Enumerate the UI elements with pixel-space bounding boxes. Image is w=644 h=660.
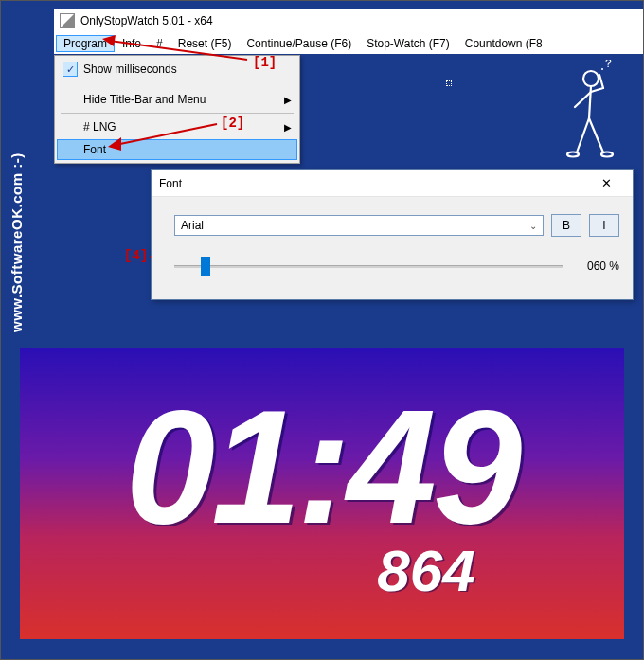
chevron-down-icon: ⌄ bbox=[529, 221, 537, 231]
menu-countdown[interactable]: Countdown (F8 bbox=[457, 35, 550, 52]
font-dialog-body: Arial ⌄ B I 060 % bbox=[152, 197, 633, 299]
svg-line-11 bbox=[589, 118, 603, 152]
slider-thumb[interactable] bbox=[201, 257, 210, 276]
timer-milliseconds: 864 bbox=[377, 542, 474, 600]
menu-item-label: Hide Title-Bar and Menu bbox=[83, 93, 206, 106]
svg-text:?: ? bbox=[605, 60, 612, 70]
app-icon bbox=[60, 13, 75, 28]
submenu-arrow-icon: ▶ bbox=[284, 95, 292, 105]
svg-point-18 bbox=[601, 68, 603, 70]
decorative-marker bbox=[446, 80, 452, 86]
font-size-slider[interactable] bbox=[174, 256, 563, 276]
program-dropdown: ✓ Show milliseconds Hide Title-Bar and M… bbox=[54, 55, 300, 164]
menu-info[interactable]: Info bbox=[115, 35, 149, 52]
menu-item-label: # LNG bbox=[83, 120, 116, 134]
menu-stopwatch[interactable]: Stop-Watch (F7) bbox=[359, 35, 457, 52]
close-icon: ✕ bbox=[601, 176, 612, 190]
menu-hash[interactable]: # bbox=[149, 35, 170, 52]
window-title: OnlyStopWatch 5.01 - x64 bbox=[80, 14, 213, 27]
thinking-stickman-icon: ? bbox=[556, 60, 622, 164]
menu-hide-titlebar[interactable]: Hide Title-Bar and Menu ▶ bbox=[57, 88, 297, 111]
timer-main-value: 01:49 bbox=[126, 386, 519, 547]
submenu-arrow-icon: ▶ bbox=[284, 122, 292, 133]
annotation-label-4: [4] bbox=[124, 248, 148, 263]
annotation-label-2: [2] bbox=[221, 116, 244, 131]
menu-program[interactable]: Program bbox=[56, 35, 115, 52]
menu-font[interactable]: Font bbox=[57, 139, 297, 160]
menu-separator bbox=[61, 113, 294, 114]
menu-reset[interactable]: Reset (F5) bbox=[170, 35, 240, 52]
svg-point-8 bbox=[583, 71, 599, 86]
font-family-select[interactable]: Arial ⌄ bbox=[174, 215, 544, 236]
font-select-value: Arial bbox=[181, 219, 204, 232]
main-window: OnlyStopWatch 5.01 - x64 Program Info # … bbox=[54, 9, 644, 54]
svg-line-15 bbox=[591, 88, 603, 92]
svg-line-10 bbox=[577, 118, 589, 152]
annotation-label-1: [1] bbox=[253, 55, 277, 70]
font-dialog: Font ✕ Arial ⌄ B I 060 % bbox=[151, 169, 634, 300]
slider-value-label: 060 % bbox=[574, 259, 619, 273]
timer-display-panel: 01:49 864 bbox=[20, 348, 624, 639]
menu-continue-pause[interactable]: Continue/Pause (F6) bbox=[239, 35, 359, 52]
italic-button[interactable]: I bbox=[589, 214, 619, 237]
svg-point-12 bbox=[567, 152, 579, 157]
menu-item-label: Show milliseconds bbox=[83, 62, 177, 76]
svg-line-16 bbox=[599, 75, 603, 88]
menu-lng[interactable]: # LNG ▶ bbox=[57, 116, 297, 138]
watermark-text: www.SoftwareOK.com :-) bbox=[9, 152, 25, 332]
menu-item-truncated[interactable] bbox=[57, 80, 297, 88]
menu-item-label: Font bbox=[83, 143, 106, 156]
svg-line-14 bbox=[575, 92, 591, 107]
font-dialog-title: Font bbox=[159, 177, 182, 190]
close-button[interactable]: ✕ bbox=[587, 172, 625, 195]
bold-button[interactable]: B bbox=[551, 214, 581, 237]
font-dialog-titlebar[interactable]: Font ✕ bbox=[152, 170, 633, 197]
svg-point-13 bbox=[601, 152, 613, 157]
menubar: Program Info # Reset (F5) Continue/Pause… bbox=[54, 33, 644, 54]
check-icon: ✓ bbox=[63, 62, 78, 77]
titlebar[interactable]: OnlyStopWatch 5.01 - x64 bbox=[54, 9, 644, 33]
slider-track bbox=[174, 265, 563, 268]
